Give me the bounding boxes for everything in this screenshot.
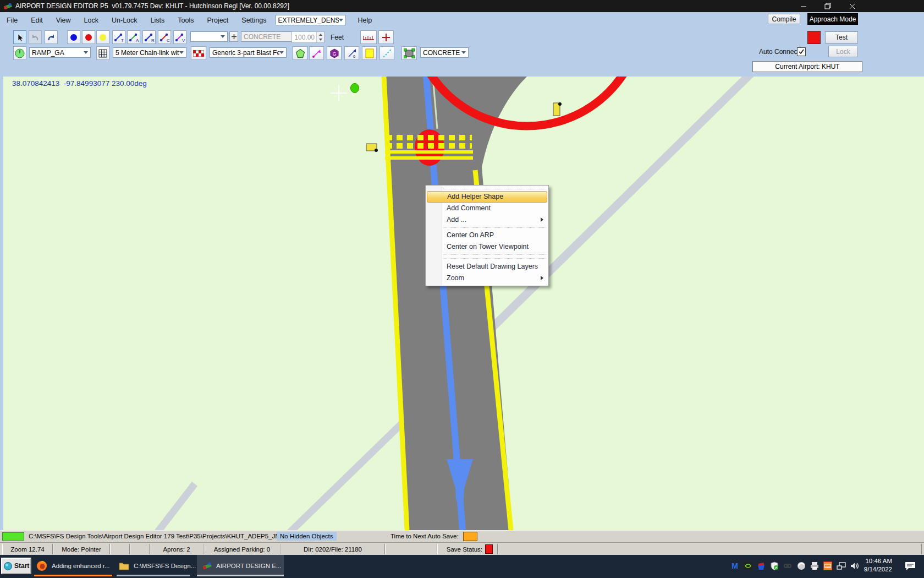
yellow-node-tool-button[interactable] xyxy=(96,30,109,44)
hidden-objects-indicator: No Hidden Objects xyxy=(277,532,337,541)
approach-mode-button[interactable]: Approach Mode xyxy=(807,13,858,25)
chevron-down-icon xyxy=(339,19,343,21)
menu-item-add-helper-shape[interactable]: Add Helper Shape xyxy=(427,191,547,203)
minimize-button[interactable] xyxy=(794,0,813,12)
tray-security-shield-icon[interactable] xyxy=(770,561,779,570)
ramp-type-combobox[interactable]: RAMP_GA xyxy=(29,47,91,58)
save-status-cell: Save Status: xyxy=(437,544,498,554)
add-comment-label: Add Comment xyxy=(447,204,491,212)
menu-file[interactable]: File xyxy=(0,14,24,26)
taskbar-item-firefox[interactable]: Adding enhanced r... xyxy=(36,555,110,576)
menu-unlock[interactable]: Un-Lock xyxy=(105,14,144,26)
menu-view[interactable]: View xyxy=(50,14,78,26)
pavement-polygon-tool-button[interactable] xyxy=(293,46,307,60)
pointer-icon xyxy=(15,33,24,42)
width-spinner[interactable]: 100.00 xyxy=(292,31,324,43)
menu-item-add-more[interactable]: Add ... xyxy=(426,214,548,226)
tray-updater-icon[interactable] xyxy=(797,561,806,570)
blast-fence-tool-button[interactable] xyxy=(191,46,206,60)
taxiway-line-tool-button[interactable]: T xyxy=(112,30,125,44)
generic-building-tool-button[interactable]: G xyxy=(327,46,342,60)
tray-ccu-icon[interactable]: ccu xyxy=(823,561,832,570)
surface-type-combobox[interactable] xyxy=(190,31,228,42)
runway-line-tool-button[interactable]: R xyxy=(142,30,156,44)
center-on-arp-label: Center On ARP xyxy=(447,231,494,239)
undo-button[interactable] xyxy=(29,30,42,44)
dir-file-status-cell: Dir: 0202/File: 21180 xyxy=(280,544,385,554)
blast-fence-combobox[interactable]: Generic 3-part Blast Fence xyxy=(210,47,287,58)
tray-malwarebytes-icon[interactable]: M xyxy=(730,561,739,570)
closed-line-tool-button[interactable]: C xyxy=(158,30,171,44)
add-more-label: Add ... xyxy=(447,216,466,223)
menu-item-zoom[interactable]: Zoom xyxy=(426,272,548,284)
spin-down-icon[interactable] xyxy=(319,39,322,41)
start-button[interactable]: Start xyxy=(1,558,31,574)
apron-line-tool-button[interactable]: A xyxy=(127,30,140,44)
approach-color-swatch xyxy=(807,31,821,44)
tray-volume-icon[interactable] xyxy=(850,561,860,570)
spinner-arrows[interactable] xyxy=(316,32,324,42)
menu-item-center-on-arp[interactable]: Center On ARP xyxy=(426,230,548,241)
lock-label: Lock xyxy=(836,48,850,56)
blue-node-tool-button[interactable] xyxy=(67,30,80,44)
tray-network-icon[interactable] xyxy=(837,561,846,570)
vehicle-line-tool-button[interactable]: V xyxy=(173,30,186,44)
link-line-tool-button[interactable]: 6 xyxy=(344,46,359,60)
taskbar-item-explorer[interactable]: C:\MSFS\FS Design... xyxy=(119,555,196,576)
grid-tool-button[interactable] xyxy=(96,46,109,60)
menu-project[interactable]: Project xyxy=(200,14,235,26)
menu-item-add-comment[interactable]: Add Comment xyxy=(426,203,548,214)
menu-tools[interactable]: Tools xyxy=(171,14,200,26)
chevron-down-icon xyxy=(461,51,466,54)
fence-type-combobox[interactable]: 5 Meter Chain-link with be xyxy=(113,47,186,58)
dashed-line-tool-button[interactable] xyxy=(380,46,394,60)
red-node-tool-button[interactable] xyxy=(82,30,95,44)
compile-button[interactable]: Compile xyxy=(768,14,800,24)
line-t-icon: T xyxy=(113,32,124,43)
svg-text:C: C xyxy=(167,38,170,43)
auto-connect-checkbox[interactable] xyxy=(797,47,806,56)
window-title: AIRPORT DESIGN EDITOR P5 v01.79.7475 Dev… xyxy=(15,2,289,10)
zoom-status-cell: Zoom 12.74 xyxy=(2,544,53,554)
add-surface-button[interactable] xyxy=(229,31,238,42)
test-button[interactable]: Test xyxy=(825,31,858,43)
close-button[interactable] xyxy=(843,0,861,12)
add-point-tool-button[interactable] xyxy=(378,30,394,44)
taskbar-item-ade[interactable]: AIRPORT DESIGN E... xyxy=(197,555,284,576)
apron-selection-tool-button[interactable] xyxy=(402,46,417,60)
tray-nvidia-icon[interactable] xyxy=(744,561,752,570)
taskbar-clock[interactable]: 10:46 AM 9/14/2022 xyxy=(864,557,892,574)
chevron-down-icon xyxy=(221,35,225,38)
checker-icon xyxy=(193,50,204,57)
menu-settings[interactable]: Settings xyxy=(235,14,273,26)
map-canvas[interactable]: 38.070842413 -97.84993077 230.00deg xyxy=(0,77,924,530)
menu-help[interactable]: Help xyxy=(351,14,379,26)
menu-item-reset-layers[interactable]: Reset Default Drawing Layers xyxy=(426,261,548,272)
measure-tool-button[interactable] xyxy=(360,30,377,44)
green-node-marker[interactable] xyxy=(351,84,359,93)
sign-marker-left[interactable] xyxy=(366,144,378,152)
start-point-tool-button[interactable] xyxy=(13,46,26,60)
pointer-tool-button[interactable] xyxy=(13,30,26,44)
menu-lock[interactable]: Lock xyxy=(78,14,105,26)
redo-button[interactable] xyxy=(45,30,58,44)
cyan-dashed-line-icon xyxy=(382,48,392,58)
spin-up-icon[interactable] xyxy=(319,34,322,36)
maximize-button[interactable] xyxy=(818,0,837,12)
tray-printer-icon[interactable] xyxy=(810,561,819,570)
svg-text:M: M xyxy=(732,561,738,570)
apron-surface-combobox[interactable]: CONCRETE xyxy=(420,47,469,58)
compile-label: Compile xyxy=(772,15,796,23)
menu-lists[interactable]: Lists xyxy=(144,14,172,26)
menu-item-center-on-tower[interactable]: Center on Tower Viewpoint xyxy=(426,241,548,253)
yellow-rect-tool-button[interactable] xyxy=(362,46,377,60)
menu-edit[interactable]: Edit xyxy=(24,14,50,26)
action-center-icon[interactable] xyxy=(904,561,916,571)
vector-placement-tool-button[interactable] xyxy=(309,46,324,60)
save-status-label: Save Status: xyxy=(447,546,482,553)
tray-controller-icon[interactable] xyxy=(783,561,792,570)
tray-app-icon[interactable] xyxy=(757,561,766,570)
lock-button[interactable]: Lock xyxy=(828,46,858,57)
autosave-indicator-swatch xyxy=(463,532,477,541)
density-combobox[interactable]: EXTREMELY_DENSE xyxy=(276,15,346,25)
